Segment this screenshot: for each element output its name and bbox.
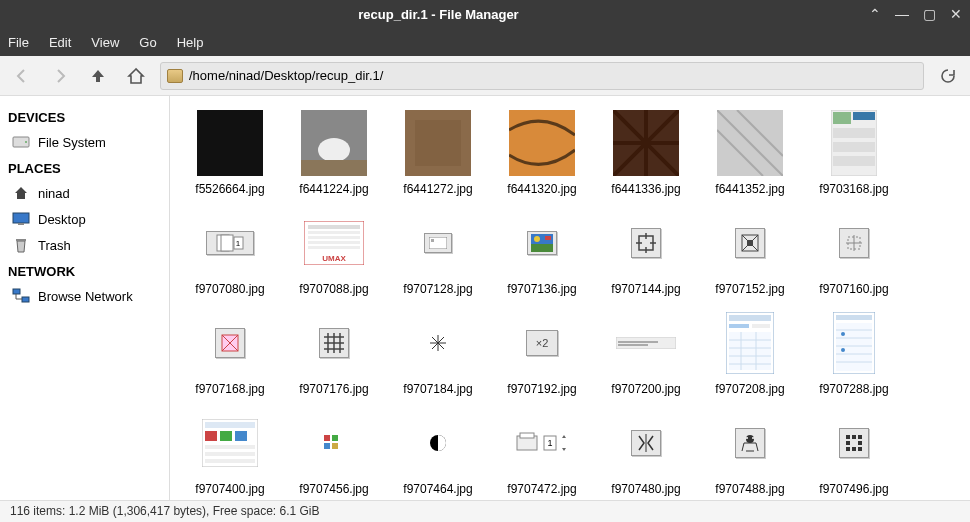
file-item[interactable]: f9707200.jpg — [594, 306, 698, 406]
sidebar-item-home[interactable]: ninad — [4, 180, 165, 206]
svg-point-37 — [534, 236, 540, 242]
svg-point-1 — [25, 141, 27, 143]
svg-rect-79 — [852, 435, 856, 439]
thumbnail — [717, 210, 783, 276]
file-item[interactable]: f9707152.jpg — [698, 206, 802, 306]
svg-text:×2: ×2 — [536, 337, 549, 349]
thumbnail — [509, 210, 575, 276]
up-button[interactable] — [84, 62, 112, 90]
svg-rect-66 — [324, 435, 330, 441]
menu-view[interactable]: View — [91, 35, 119, 50]
svg-rect-2 — [13, 213, 29, 223]
desktop-icon — [12, 211, 30, 227]
file-item[interactable]: f6441224.jpg — [282, 106, 386, 206]
file-item[interactable]: 1f9707472.jpg — [490, 406, 594, 500]
file-name: f9707128.jpg — [403, 282, 472, 296]
file-item[interactable]: f9707168.jpg — [178, 306, 282, 406]
thumbnail — [613, 210, 679, 276]
file-name: f9707400.jpg — [195, 482, 264, 496]
file-item[interactable]: f9703168.jpg — [802, 106, 906, 206]
svg-point-9 — [318, 138, 350, 162]
file-item[interactable]: f9707160.jpg — [802, 206, 906, 306]
file-item[interactable]: f9707144.jpg — [594, 206, 698, 306]
file-area[interactable]: f5526664.jpgf6441224.jpgf6441272.jpgf644… — [170, 96, 970, 500]
file-item[interactable]: f6441272.jpg — [386, 106, 490, 206]
file-item[interactable]: ×2f9707192.jpg — [490, 306, 594, 406]
file-item[interactable]: f9707488.jpg — [698, 406, 802, 500]
sidebar-item-label: File System — [38, 135, 106, 150]
file-item[interactable]: f6441320.jpg — [490, 106, 594, 206]
file-item[interactable]: f9707136.jpg — [490, 206, 594, 306]
thumbnail — [821, 110, 887, 176]
svg-rect-10 — [301, 160, 367, 176]
thumbnail: ×2 — [509, 310, 575, 376]
file-item[interactable]: f9707184.jpg — [386, 306, 490, 406]
thumbnail — [301, 110, 367, 176]
sidebar-item-browse-network[interactable]: Browse Network — [4, 283, 165, 309]
file-item[interactable]: 1f9707080.jpg — [178, 206, 282, 306]
file-name: f9707080.jpg — [195, 282, 264, 296]
svg-rect-65 — [205, 459, 255, 463]
svg-rect-82 — [858, 441, 862, 445]
sidebar-item-desktop[interactable]: Desktop — [4, 206, 165, 232]
sidebar-item-filesystem[interactable]: File System — [4, 129, 165, 155]
maximize-icon[interactable]: ▢ — [923, 6, 936, 22]
thumbnail — [717, 410, 783, 476]
svg-rect-62 — [235, 431, 247, 441]
file-item[interactable]: f9707128.jpg — [386, 206, 490, 306]
svg-point-56 — [841, 332, 845, 336]
thumbnail — [821, 210, 887, 276]
file-item[interactable]: f9707496.jpg — [802, 406, 906, 500]
menu-help[interactable]: Help — [177, 35, 204, 50]
file-name: f6441224.jpg — [299, 182, 368, 196]
thumbnail: UMAX — [301, 210, 367, 276]
rollup-icon[interactable]: ⌃ — [869, 6, 881, 22]
file-item[interactable]: f9707176.jpg — [282, 306, 386, 406]
menubar: File Edit View Go Help — [0, 28, 970, 56]
file-name: f9707472.jpg — [507, 482, 576, 496]
folder-icon — [167, 69, 183, 83]
svg-rect-20 — [833, 142, 875, 152]
minimize-icon[interactable]: — — [895, 6, 909, 22]
svg-rect-3 — [18, 223, 24, 225]
drive-icon — [12, 134, 30, 150]
svg-rect-68 — [324, 443, 330, 449]
svg-point-77 — [752, 437, 754, 439]
status-text: 116 items: 1.2 MiB (1,306,417 bytes), Fr… — [10, 504, 320, 518]
home-button[interactable] — [122, 62, 150, 90]
file-item[interactable]: f6441336.jpg — [594, 106, 698, 206]
file-name: f6441272.jpg — [403, 182, 472, 196]
svg-rect-72 — [520, 433, 534, 438]
file-item[interactable]: f6441352.jpg — [698, 106, 802, 206]
svg-rect-12 — [415, 120, 461, 166]
back-button[interactable] — [8, 62, 36, 90]
file-item[interactable]: f9707480.jpg — [594, 406, 698, 500]
sidebar-item-trash[interactable]: Trash — [4, 232, 165, 258]
svg-rect-61 — [220, 431, 232, 441]
file-item[interactable]: f5526664.jpg — [178, 106, 282, 206]
sidebar-item-label: ninad — [38, 186, 70, 201]
svg-text:UMAX: UMAX — [322, 254, 346, 263]
thumbnail — [717, 110, 783, 176]
file-item[interactable]: f9707464.jpg — [386, 406, 490, 500]
sidebar-header-places: PLACES — [4, 155, 165, 180]
location-bar — [160, 62, 924, 90]
path-input[interactable] — [189, 68, 917, 83]
window-controls: ⌃ — ▢ ✕ — [869, 6, 962, 22]
main-area: DEVICES File System PLACES ninad Desktop… — [0, 96, 970, 500]
file-item[interactable]: f9707456.jpg — [282, 406, 386, 500]
file-item[interactable]: UMAXf9707088.jpg — [282, 206, 386, 306]
menu-edit[interactable]: Edit — [49, 35, 71, 50]
menu-file[interactable]: File — [8, 35, 29, 50]
forward-button[interactable] — [46, 62, 74, 90]
close-icon[interactable]: ✕ — [950, 6, 962, 22]
reload-button[interactable] — [934, 62, 962, 90]
svg-rect-51 — [752, 324, 770, 328]
file-name: f9707456.jpg — [299, 482, 368, 496]
file-item[interactable]: f9707208.jpg — [698, 306, 802, 406]
file-item[interactable]: f9707288.jpg — [802, 306, 906, 406]
file-name: f9707464.jpg — [403, 482, 472, 496]
file-name: f9707160.jpg — [819, 282, 888, 296]
file-item[interactable]: f9707400.jpg — [178, 406, 282, 500]
menu-go[interactable]: Go — [139, 35, 156, 50]
